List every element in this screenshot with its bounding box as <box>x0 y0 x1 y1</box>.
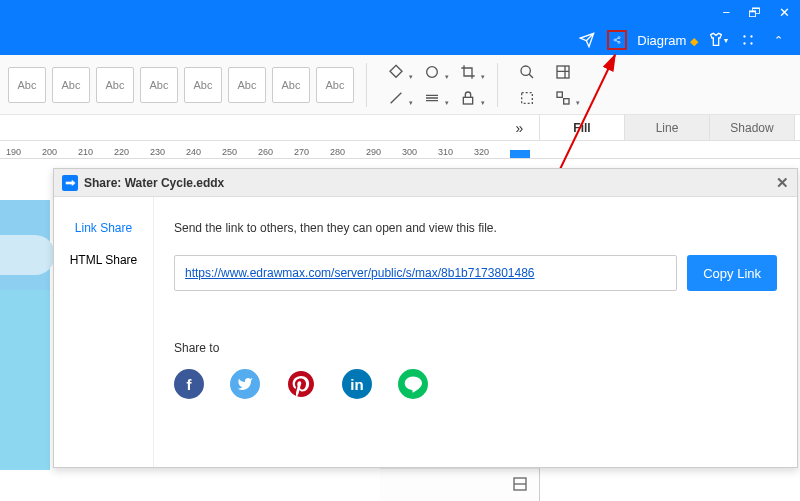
shape-style-8[interactable]: Abc <box>316 67 354 103</box>
svg-rect-12 <box>557 92 562 97</box>
sidebar-item-link-share[interactable]: Link Share <box>75 221 132 235</box>
close-button[interactable]: ✕ <box>779 5 790 20</box>
copy-link-button[interactable]: Copy Link <box>687 255 777 291</box>
diamond-icon: ◆ <box>690 35 698 47</box>
linkedin-icon[interactable]: in <box>342 369 372 399</box>
panel-tabs: » Fill Line Shadow <box>0 115 800 141</box>
bottom-icons <box>512 476 530 494</box>
svg-point-6 <box>750 42 752 44</box>
tab-line[interactable]: Line <box>625 115 710 140</box>
shape-style-5[interactable]: Abc <box>184 67 222 103</box>
search-icon[interactable] <box>516 61 538 83</box>
line-icon[interactable] <box>398 369 428 399</box>
share-to-label: Share to <box>174 341 777 355</box>
line-tool[interactable]: ▾ <box>385 87 407 109</box>
svg-point-4 <box>750 35 752 37</box>
svg-point-2 <box>618 41 620 43</box>
expand-button[interactable]: » <box>500 115 540 140</box>
dialog-title: Share: Water Cycle.eddx <box>84 176 224 190</box>
share-description: Send the link to others, then they can o… <box>174 221 777 235</box>
shape-style-4[interactable]: Abc <box>140 67 178 103</box>
shape-style-7[interactable]: Abc <box>272 67 310 103</box>
tool-group-2: ▾ <box>510 57 580 113</box>
lock-tool[interactable]: ▾ <box>457 87 479 109</box>
apps-icon[interactable] <box>738 30 758 50</box>
share-link-input[interactable] <box>174 255 677 291</box>
ruler-marker <box>510 150 530 158</box>
divider <box>497 63 498 107</box>
svg-point-3 <box>743 35 745 37</box>
dialog-titlebar: ⮕ Share: Water Cycle.eddx ✕ <box>54 169 797 197</box>
select-icon[interactable] <box>516 87 538 109</box>
svg-point-9 <box>521 66 530 75</box>
maximize-button[interactable]: 🗗 <box>748 5 761 20</box>
layout-icon[interactable] <box>512 476 530 494</box>
menubar: Diagram ◆ ▾ ⌃ <box>0 25 800 55</box>
divider <box>366 63 367 107</box>
facebook-icon[interactable]: f <box>174 369 204 399</box>
shape-style-1[interactable]: Abc <box>8 67 46 103</box>
minimize-button[interactable]: − <box>722 5 730 20</box>
shape-style-6[interactable]: Abc <box>228 67 266 103</box>
ruler: 1902002102202302402502602702802903003103… <box>0 141 800 159</box>
canvas-water <box>0 290 50 470</box>
dash-tool[interactable]: ▾ <box>421 87 443 109</box>
pinterest-icon[interactable] <box>286 369 316 399</box>
cloud-shape <box>0 235 55 275</box>
dialog-main: Send the link to others, then they can o… <box>154 197 797 467</box>
fill-tool[interactable]: ▾ <box>385 61 407 83</box>
tool-group-1: ▾ ▾ ▾ ▾ ▾ ▾ <box>379 57 485 113</box>
twitter-icon[interactable] <box>230 369 260 399</box>
svg-point-7 <box>427 66 438 77</box>
tab-shadow[interactable]: Shadow <box>710 115 795 140</box>
svg-point-0 <box>618 37 620 39</box>
svg-rect-11 <box>522 92 533 103</box>
toolbar: Abc Abc Abc Abc Abc Abc Abc Abc ▾ ▾ ▾ ▾ … <box>0 55 800 115</box>
grid-icon[interactable] <box>552 61 574 83</box>
window-titlebar: − 🗗 ✕ <box>0 0 800 25</box>
svg-rect-8 <box>463 97 472 104</box>
dialog-sidebar: Link Share HTML Share <box>54 197 154 467</box>
tab-fill[interactable]: Fill <box>540 115 625 140</box>
collapse-icon[interactable]: ⌃ <box>768 30 788 50</box>
send-icon[interactable] <box>577 30 597 50</box>
diagram-menu[interactable]: Diagram ◆ <box>637 33 698 48</box>
shadow-tool[interactable]: ▾ <box>421 61 443 83</box>
shape-style-3[interactable]: Abc <box>96 67 134 103</box>
svg-rect-13 <box>564 98 569 103</box>
crop-tool[interactable]: ▾ <box>457 61 479 83</box>
app-logo-icon: ⮕ <box>62 175 78 191</box>
sidebar-item-html-share[interactable]: HTML Share <box>70 253 138 267</box>
shirt-icon[interactable]: ▾ <box>708 30 728 50</box>
shape-style-2[interactable]: Abc <box>52 67 90 103</box>
share-dialog: ⮕ Share: Water Cycle.eddx ✕ Link Share H… <box>53 168 798 468</box>
share-icon[interactable] <box>607 30 627 50</box>
dialog-close-button[interactable]: ✕ <box>776 174 789 192</box>
svg-point-5 <box>743 42 745 44</box>
svg-point-1 <box>614 39 616 41</box>
compose-icon[interactable]: ▾ <box>552 87 574 109</box>
